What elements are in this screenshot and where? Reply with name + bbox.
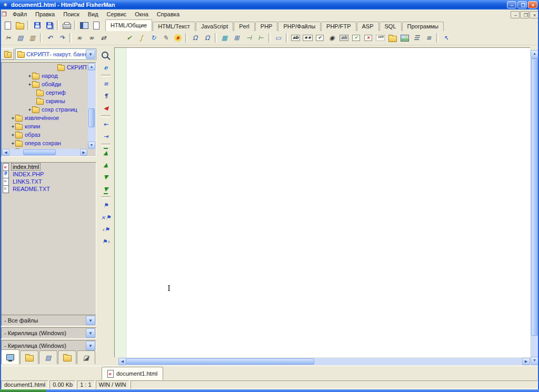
shift-text-right-button[interactable]: ⇥ [99,130,112,143]
copy-button[interactable]: ▤ [14,32,26,44]
menu-item[interactable]: Справка [153,10,184,19]
preview-zoom-button[interactable] [99,49,112,62]
open-file-button[interactable] [14,19,26,31]
insert-named-anchor-button[interactable]: Ω [201,32,213,44]
save-button[interactable] [31,19,43,31]
prev-bookmark-button[interactable]: ‹⚑ [99,224,112,236]
scroll-to-bottom-button[interactable]: ▼ [99,183,112,195]
editor-canvas[interactable]: I [114,47,530,357]
file-upload-button[interactable] [386,32,398,44]
scroll-to-top-button[interactable]: ▲ [99,147,112,159]
close-button[interactable]: × [528,1,537,8]
filter-combobox[interactable]: - Кириллица (Windows) ▼ [1,327,96,339]
add-bookmark-button[interactable]: ⚑ [99,199,112,212]
category-tab[interactable]: Perl [234,22,255,31]
find-next-button[interactable]: ∞ [85,32,97,44]
tab-projects[interactable] [20,350,38,364]
category-tab[interactable]: JavaScript [196,22,233,31]
script-scroll-button[interactable]: ∫ [135,32,147,44]
jump-back-button[interactable]: ◀ [99,102,112,114]
mdi-minimize[interactable]: – [511,11,520,18]
scroll-down-button[interactable]: ▼ [99,171,112,183]
category-tab[interactable]: ASP [357,22,379,31]
menu-item[interactable]: Сервис [103,10,131,19]
editor-horizontal-scrollbar[interactable]: ◀ ▶ [118,358,530,365]
directory-combobox[interactable]: СКРИПТ- накрут. банн ▼ [15,48,96,60]
scroll-down-arrow-icon[interactable]: ▼ [531,357,538,365]
insert-form-button[interactable]: ▭ [272,32,284,44]
chevron-down-icon[interactable]: ▼ [86,328,95,338]
split-cells-button[interactable]: ⊣ [243,32,255,44]
tree-item[interactable]: сертиф [2,88,87,97]
scroll-up-arrow-icon[interactable]: ▲ [531,50,538,58]
shift-text-left-button[interactable]: ⇤ [99,118,112,130]
pointer-select-button[interactable]: ↖ [440,32,452,44]
tree-expander-icon[interactable]: + [11,124,15,129]
tab-explorer[interactable] [1,349,19,364]
restore-button[interactable]: ❐ [517,1,527,8]
tree-expander-icon[interactable]: + [27,82,32,87]
category-tab[interactable]: PHP/Файлы [278,22,321,31]
tree-horizontal-scrollbar[interactable]: ◀ ▶ [2,149,87,156]
insert-anchor-button[interactable]: Ω [189,32,201,44]
counter-123-button[interactable]: ¹²³ [374,32,386,44]
scroll-up-button[interactable]: ▲ [99,159,112,171]
tree-item[interactable]: + образ [2,130,87,139]
reset-button-button[interactable]: × [362,32,374,44]
tree-item[interactable]: + опера сохран [2,139,87,147]
print-button[interactable] [61,19,73,31]
scroll-down-arrow-icon[interactable]: ▼ [88,142,95,149]
checkbox-button[interactable]: ✔ [314,32,326,44]
category-tab[interactable]: Программы [402,22,444,31]
paste-button[interactable]: ▥ [26,32,38,44]
tree-item[interactable]: + обойди [2,80,87,88]
mdi-close[interactable]: × [530,11,538,18]
line-numbers-button[interactable]: ≡ [99,78,112,90]
tree-expander-icon[interactable]: + [27,73,32,78]
tab-templates[interactable]: ◪ [77,350,95,364]
chevron-down-icon[interactable]: ▼ [86,49,95,59]
menu-item[interactable]: Окна [131,10,153,19]
browser-refresh-button[interactable]: ↻ [147,32,159,44]
browser-check-ya-button[interactable]: я [172,32,184,44]
index.html[interactable]: index.html [2,163,96,170]
radio-button-button[interactable]: ◉ [326,32,338,44]
minimize-button[interactable]: – [507,1,516,8]
tree-vertical-scrollbar[interactable]: ▲ ▼ [88,63,95,149]
insert-table-button[interactable]: ▦ [218,32,231,44]
input-password-button[interactable]: ∗∗ [302,32,314,44]
menu-item[interactable]: Поиск [59,10,83,19]
editor-vertical-scrollbar[interactable]: ▲ ▼ [531,50,538,365]
toggle-file-panel-button[interactable] [78,19,90,31]
menu-item[interactable]: Файл [8,10,31,19]
tree-expander-icon[interactable]: + [11,132,15,137]
submit-button-button[interactable]: ✔ [350,32,362,44]
tree-item[interactable]: + копии [2,122,87,130]
menu-item[interactable]: Вид [84,10,103,19]
document-tab[interactable]: document1.html [102,367,163,380]
category-tab[interactable]: PHP [255,22,278,31]
tree-item[interactable]: + народ [2,72,87,80]
open-in-browser-button[interactable]: e [99,62,112,74]
tree-expander-icon[interactable]: + [11,115,15,120]
tree-item[interactable]: + сохр страниц [2,105,87,114]
edit-note-button[interactable]: ✎ [159,32,172,44]
LINKS.TXT[interactable]: LINKS.TXT [2,178,96,185]
input-text-button[interactable]: ab [290,32,302,44]
scroll-right-arrow-icon[interactable]: ▶ [80,149,87,156]
tree-item[interactable]: СКРИПТ-н [2,63,87,72]
cut-button[interactable]: ✂ [2,32,14,44]
select-listbox-button[interactable]: ≡ [423,32,435,44]
scroll-right-arrow-icon[interactable]: ▶ [522,358,530,365]
insert-image-button[interactable] [398,32,411,44]
scroll-left-arrow-icon[interactable]: ◀ [118,358,126,365]
category-tab[interactable]: PHP/FTP [321,22,356,31]
new-document-button[interactable] [2,19,14,31]
redo-button[interactable]: ↷ [56,32,68,44]
remove-bookmark-button[interactable]: ×⚑ [99,212,112,224]
undo-button[interactable]: ↶ [44,32,56,44]
category-tab[interactable]: SQL [380,22,402,31]
table-grid-button[interactable]: ⊞ [231,32,243,44]
tree-expander-icon[interactable]: + [11,140,15,146]
category-tab[interactable]: HTML/Общие [105,19,152,31]
